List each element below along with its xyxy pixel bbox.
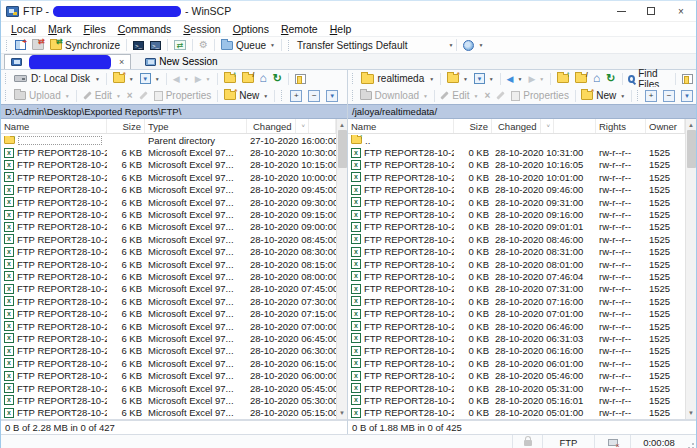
- upload-button[interactable]: Upload ▼: [11, 89, 73, 102]
- select-add-button[interactable]: +: [642, 89, 660, 103]
- file-row[interactable]: FTP REPORT28-10-20... 0 KB 28-10-2020 10…: [348, 146, 685, 158]
- session-tab-active[interactable]: ×: [4, 54, 131, 69]
- refresh-button[interactable]: ↻: [270, 72, 285, 85]
- root-directory-button[interactable]: /: [572, 73, 590, 84]
- delete-button[interactable]: ×: [481, 89, 493, 102]
- file-row[interactable]: FTP REPORT28-10-20... 6 KB Microsoft Exc…: [1, 283, 336, 295]
- connection-cell[interactable]: [595, 435, 631, 448]
- scrollbar-thumb[interactable]: [687, 130, 696, 168]
- forward-button[interactable]: ▶▼: [192, 73, 214, 85]
- file-row[interactable]: FTP REPORT28-10-20... 0 KB 28-10-2020 08…: [348, 258, 685, 270]
- file-row[interactable]: FTP REPORT28-10-20... 0 KB 28-10-2020 09…: [348, 221, 685, 233]
- file-row[interactable]: FTP REPORT28-10-20... 6 KB Microsoft Exc…: [1, 307, 336, 319]
- file-row[interactable]: FTP REPORT28-10-20... 6 KB Microsoft Exc…: [1, 171, 336, 183]
- close-tab-icon[interactable]: ×: [119, 57, 124, 67]
- synchronize-button[interactable]: ⇄ Synchronize: [47, 39, 123, 52]
- new-button[interactable]: * New ▼: [578, 89, 628, 102]
- menu-item[interactable]: Files: [77, 23, 111, 35]
- select-filter-button[interactable]: ▼: [323, 89, 341, 103]
- open-console-button[interactable]: >_: [147, 40, 164, 51]
- file-row[interactable]: FTP REPORT28-10-20... 0 KB 28-10-2020 09…: [348, 208, 685, 220]
- file-row[interactable]: FTP REPORT28-10-20... 0 KB 28-10-2020 06…: [348, 345, 685, 357]
- file-row[interactable]: FTP REPORT28-10-20... 0 KB 28-10-2020 05…: [348, 394, 685, 406]
- menu-item[interactable]: Remote: [275, 23, 324, 35]
- file-row[interactable]: FTP REPORT28-10-20... 0 KB 28-10-2020 06…: [348, 357, 685, 369]
- scroll-down-icon[interactable]: ▼: [686, 408, 696, 419]
- file-row[interactable]: FTP REPORT28-10-20... 0 KB 28-10-2020 05…: [348, 382, 685, 394]
- compare-directories-button[interactable]: [12, 39, 29, 51]
- edit-button[interactable]: Edit ▼: [437, 89, 481, 102]
- refresh-button[interactable]: ↻: [603, 72, 618, 85]
- file-row[interactable]: FTP REPORT28-10-20... 0 KB 28-10-2020 07…: [348, 283, 685, 295]
- file-row[interactable]: FTP REPORT28-10-20... 0 KB 28-10-2020 08…: [348, 246, 685, 258]
- file-row[interactable]: FTP REPORT28-10-20... 6 KB Microsoft Exc…: [1, 407, 336, 419]
- back-button[interactable]: ◀▼: [504, 73, 526, 85]
- file-row[interactable]: FTP REPORT28-10-20... 0 KB 28-10-2020 10…: [348, 171, 685, 183]
- security-cell[interactable]: [513, 435, 543, 448]
- back-button[interactable]: ◀▼: [170, 73, 192, 85]
- file-row[interactable]: FTP REPORT28-10-20... 6 KB Microsoft Exc…: [1, 184, 336, 196]
- scrollbar-thumb[interactable]: [338, 130, 347, 168]
- remote-scrollbar[interactable]: ▲ ▼: [685, 119, 696, 419]
- scroll-up-icon[interactable]: ▲: [337, 119, 347, 130]
- menu-item[interactable]: Local: [5, 23, 42, 35]
- protocol-cell[interactable]: FTP: [543, 435, 595, 448]
- scroll-up-icon[interactable]: ▲: [686, 119, 696, 130]
- column-header-name[interactable]: Name: [1, 119, 107, 133]
- rename-button[interactable]: [136, 93, 151, 98]
- column-header-changed[interactable]: Changed˅: [492, 119, 596, 133]
- filter-button[interactable]: ▼▼: [471, 72, 497, 85]
- file-row[interactable]: FTP REPORT28-10-20... 0 KB 28-10-2020 08…: [348, 233, 685, 245]
- open-directory-button[interactable]: *▼: [444, 73, 471, 84]
- tree-toggle-button[interactable]: [292, 73, 309, 85]
- file-row[interactable]: FTP REPORT28-10-20... 0 KB 28-10-2020 05…: [348, 407, 685, 419]
- root-directory-button[interactable]: /: [239, 73, 257, 84]
- explore-site-button[interactable]: ▼: [460, 39, 486, 52]
- transfer-mode-button[interactable]: ⇄: [171, 39, 189, 51]
- column-header-changed[interactable]: Changed˅: [247, 119, 336, 133]
- column-header-size[interactable]: Size: [454, 119, 492, 133]
- home-directory-button[interactable]: ⌂: [590, 72, 603, 85]
- file-row[interactable]: FTP REPORT28-10-20... 6 KB Microsoft Exc…: [1, 345, 336, 357]
- open-terminal-button[interactable]: >_: [130, 40, 147, 51]
- column-header-owner[interactable]: Owner: [646, 119, 685, 133]
- rename-button[interactable]: [493, 93, 508, 98]
- remote-directory-combo[interactable]: realtimeda ▼: [358, 73, 438, 84]
- file-row[interactable]: FTP REPORT28-10-20... 6 KB Microsoft Exc…: [1, 221, 336, 233]
- file-row[interactable]: FTP REPORT28-10-20... 0 KB 28-10-2020 06…: [348, 320, 685, 332]
- synchronize-browsing-button[interactable]: ⇄: [29, 40, 47, 51]
- parent-directory-button[interactable]: ↑: [221, 73, 239, 84]
- file-row[interactable]: FTP REPORT28-10-20... 6 KB Microsoft Exc…: [1, 159, 336, 171]
- file-row[interactable]: FTP REPORT28-10-20... 6 KB Microsoft Exc…: [1, 382, 336, 394]
- file-row[interactable]: FTP REPORT28-10-20... 6 KB Microsoft Exc…: [1, 246, 336, 258]
- delete-button[interactable]: ×: [124, 89, 136, 102]
- file-row[interactable]: FTP REPORT28-10-20... 6 KB Microsoft Exc…: [1, 146, 336, 158]
- select-remove-button[interactable]: −: [305, 89, 323, 103]
- local-drive-combo[interactable]: D: Local Disk ▼: [11, 73, 103, 84]
- edit-button[interactable]: Edit ▼: [80, 89, 124, 102]
- file-row[interactable]: FTP REPORT28-10-20... 6 KB Microsoft Exc…: [1, 357, 336, 369]
- file-row[interactable]: FTP REPORT28-10-20... 0 KB 28-10-2020 07…: [348, 295, 685, 307]
- parent-directory-row[interactable]: ↑ Parent directory 27-10-2020 16:00:00: [1, 134, 336, 146]
- local-path-bar[interactable]: D:\Admin\Desktop\Exported Reports\FTP\: [1, 104, 347, 119]
- queue-button[interactable]: Queue ▼: [218, 39, 278, 52]
- parent-directory-button[interactable]: ↑: [554, 73, 572, 84]
- close-button[interactable]: ×: [666, 1, 696, 21]
- forward-button[interactable]: ▶▼: [525, 73, 547, 85]
- new-session-tab[interactable]: New Session: [139, 54, 223, 69]
- column-header-rights[interactable]: Rights: [596, 119, 646, 133]
- file-row[interactable]: FTP REPORT28-10-20... 6 KB Microsoft Exc…: [1, 332, 336, 344]
- properties-button[interactable]: Properties: [508, 89, 572, 102]
- file-row[interactable]: FTP REPORT28-10-20... 6 KB Microsoft Exc…: [1, 394, 336, 406]
- file-row[interactable]: FTP REPORT28-10-20... 0 KB 28-10-2020 09…: [348, 184, 685, 196]
- open-directory-button[interactable]: *▼: [110, 73, 137, 84]
- select-add-button[interactable]: +: [287, 89, 305, 103]
- menu-item[interactable]: Commands: [112, 23, 178, 35]
- home-directory-button[interactable]: ⌂: [257, 72, 270, 85]
- file-row[interactable]: FTP REPORT28-10-20... 6 KB Microsoft Exc…: [1, 369, 336, 381]
- column-header-name[interactable]: Name: [348, 119, 454, 133]
- preferences-button[interactable]: ⚙: [196, 39, 211, 51]
- tree-toggle-button[interactable]: [679, 73, 696, 85]
- properties-button[interactable]: Properties: [151, 89, 215, 102]
- transfer-settings-button[interactable]: Transfer Settings Default: [294, 39, 410, 52]
